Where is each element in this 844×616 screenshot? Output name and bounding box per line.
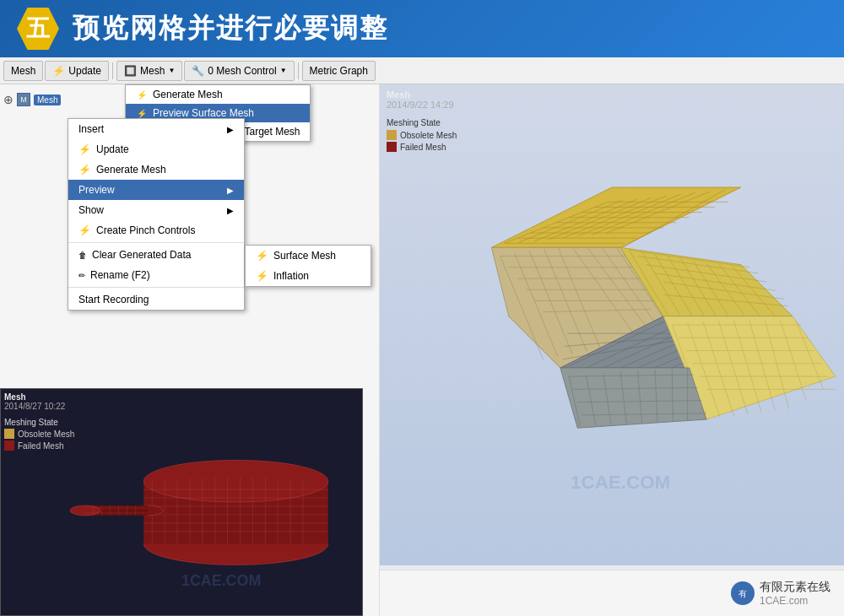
inflation-icon: ⚡ bbox=[256, 270, 268, 282]
brand-icon: 有 bbox=[731, 581, 755, 605]
clear-generated-item[interactable]: 🗑 Clear Generated Data bbox=[68, 245, 244, 265]
update-button[interactable]: ⚡ Update bbox=[45, 61, 109, 81]
svg-text:1CAE.COM: 1CAE.COM bbox=[571, 472, 670, 493]
insert-item[interactable]: Insert ▶ bbox=[68, 119, 244, 139]
svg-point-3 bbox=[143, 460, 327, 502]
create-pinch-item[interactable]: ⚡ Create Pinch Controls bbox=[68, 220, 244, 240]
metric-graph-label: Metric Graph bbox=[310, 65, 368, 77]
generate-mesh-label: Generate Mesh bbox=[153, 89, 223, 100]
mesh-date-left: 2014/8/27 10:22 bbox=[4, 402, 74, 411]
rename-item[interactable]: ✏ Rename (F2) bbox=[68, 265, 244, 285]
mesh-dropdown-label: Mesh bbox=[140, 65, 165, 77]
brand-url: 1CAE.com bbox=[760, 595, 830, 607]
mesh-button[interactable]: Mesh bbox=[3, 61, 43, 81]
preview-arrow: ▶ bbox=[227, 186, 234, 195]
mesh-control-arrow: ▼ bbox=[280, 67, 287, 74]
mesh-control-dropdown-button[interactable]: 🔧 0 Mesh Control ▼ bbox=[184, 61, 294, 81]
update-label: Update bbox=[68, 65, 101, 77]
legend-failed-left: Failed Mesh bbox=[4, 440, 74, 451]
show-label: Show bbox=[78, 204, 104, 216]
inflation-item[interactable]: ⚡ Inflation bbox=[246, 266, 371, 286]
tree-area: ⊕ M Mesh bbox=[3, 93, 61, 106]
mesh-title-left: Mesh bbox=[4, 392, 74, 402]
inflation-label: Inflation bbox=[273, 270, 309, 282]
mesh-label: Mesh bbox=[11, 65, 35, 77]
dropdown-arrow: ▼ bbox=[168, 67, 175, 74]
svg-point-25 bbox=[70, 505, 100, 516]
surface-mesh-item[interactable]: ⚡ Surface Mesh bbox=[246, 246, 371, 266]
start-recording-label: Start Recording bbox=[78, 294, 149, 305]
show-item[interactable]: Show ▶ bbox=[68, 200, 244, 220]
separator-1 bbox=[68, 242, 244, 243]
brand-svg: 有 bbox=[735, 586, 750, 601]
legend-failed-right: Failed Mesh bbox=[387, 142, 457, 152]
preview-item[interactable]: Preview ▶ bbox=[68, 180, 244, 200]
brand-name: 有限元素在线 bbox=[760, 580, 830, 595]
toolbar-divider-2 bbox=[298, 62, 299, 79]
metric-graph-button[interactable]: Metric Graph bbox=[302, 61, 376, 81]
preview-submenu: ⚡ Surface Mesh ⚡ Inflation bbox=[245, 245, 371, 287]
toolbar-divider bbox=[112, 62, 113, 79]
failed-box-right bbox=[387, 142, 397, 152]
header-badge: 五 bbox=[17, 8, 59, 50]
pinch-icon: ⚡ bbox=[78, 224, 91, 236]
mesh-info-right: Mesh 2014/9/22 14:29 bbox=[387, 89, 454, 110]
insert-arrow: ▶ bbox=[227, 125, 234, 134]
mesh-view-right: Mesh 2014/9/22 14:29 Meshing State Obsol… bbox=[380, 84, 844, 565]
header-title: 预览网格并进行必要调整 bbox=[73, 10, 388, 47]
insert-label: Insert bbox=[78, 123, 104, 135]
start-recording-item[interactable]: Start Recording bbox=[68, 289, 244, 310]
update-label: Update bbox=[96, 143, 129, 155]
mesh-legend-title-left: Meshing State bbox=[4, 418, 74, 427]
svg-text:有: 有 bbox=[738, 589, 747, 598]
preview-surface-mesh-label: Preview Surface Mesh bbox=[153, 107, 254, 119]
clear-icon: 🗑 bbox=[78, 251, 87, 260]
mesh-info-left: Mesh 2014/8/27 10:22 Meshing State Obsol… bbox=[4, 392, 74, 451]
footer-brand: 有 有限元素在线 1CAE.com bbox=[380, 570, 844, 616]
obsolete-box-left bbox=[4, 429, 14, 439]
meshing-state-label: Meshing State bbox=[387, 118, 457, 127]
mesh-dropdown-button[interactable]: 🔲 Mesh ▼ bbox=[116, 61, 182, 81]
toolbar: Mesh ⚡ Update 🔲 Mesh ▼ 🔧 0 Mesh Control … bbox=[0, 57, 844, 84]
legend-obsolete-right: Obsolete Mesh bbox=[387, 130, 457, 140]
mesh-legend-right: Meshing State Obsolete Mesh Failed Mesh bbox=[387, 118, 457, 152]
svg-text:1CAE.COM: 1CAE.COM bbox=[181, 572, 261, 589]
preview-label: Preview bbox=[78, 184, 115, 196]
separator-2 bbox=[68, 287, 244, 288]
header: 五 预览网格并进行必要调整 bbox=[0, 0, 844, 57]
mesh-view-bottom: Mesh 2014/8/27 10:22 Meshing State Obsol… bbox=[0, 388, 363, 616]
tree-badge: Mesh bbox=[34, 95, 61, 105]
mesh-3d-svg-right: 1CAE.COM bbox=[380, 84, 844, 565]
failed-box-left bbox=[4, 440, 14, 451]
svg-marker-144 bbox=[560, 368, 706, 428]
create-pinch-label: Create Pinch Controls bbox=[96, 224, 195, 236]
mesh-title-right: Mesh bbox=[387, 89, 454, 100]
right-panel: Mesh 2014/9/22 14:29 Meshing State Obsol… bbox=[380, 84, 844, 616]
generate-mesh-context-label: Generate Mesh bbox=[96, 164, 166, 176]
obsolete-box-right bbox=[387, 130, 397, 140]
generate-mesh-context-item[interactable]: ⚡ Generate Mesh bbox=[68, 159, 244, 180]
surface-mesh-icon: ⚡ bbox=[256, 250, 268, 262]
clear-generated-label: Clear Generated Data bbox=[92, 249, 191, 261]
mesh-control-label: 0 Mesh Control bbox=[208, 65, 276, 77]
update-icon: ⚡ bbox=[78, 143, 91, 155]
lightning-icon-2: ⚡ bbox=[136, 107, 148, 119]
tree-icon: M bbox=[17, 93, 30, 106]
update-item[interactable]: ⚡ Update bbox=[68, 139, 244, 159]
rename-icon: ✏ bbox=[78, 271, 85, 280]
rename-label: Rename (F2) bbox=[90, 269, 150, 281]
lightning-icon-1: ⚡ bbox=[136, 89, 148, 100]
show-arrow: ▶ bbox=[227, 206, 234, 215]
surface-mesh-label: Surface Mesh bbox=[273, 250, 336, 262]
main-content: ⊕ M Mesh ⚡ Generate Mesh ⚡ Preview Surfa… bbox=[0, 84, 844, 616]
generate-mesh-item[interactable]: ⚡ Generate Mesh bbox=[126, 85, 310, 104]
context-menu: Insert ▶ ⚡ Update ⚡ Generate Mesh Previe… bbox=[68, 118, 245, 311]
legend-obsolete-left: Obsolete Mesh bbox=[4, 429, 74, 439]
left-panel: ⊕ M Mesh ⚡ Generate Mesh ⚡ Preview Surfa… bbox=[0, 84, 380, 616]
mesh-date-right: 2014/9/22 14:29 bbox=[387, 100, 454, 110]
brand-logo: 有 有限元素在线 1CAE.com bbox=[731, 580, 830, 607]
generate-icon: ⚡ bbox=[78, 164, 91, 176]
